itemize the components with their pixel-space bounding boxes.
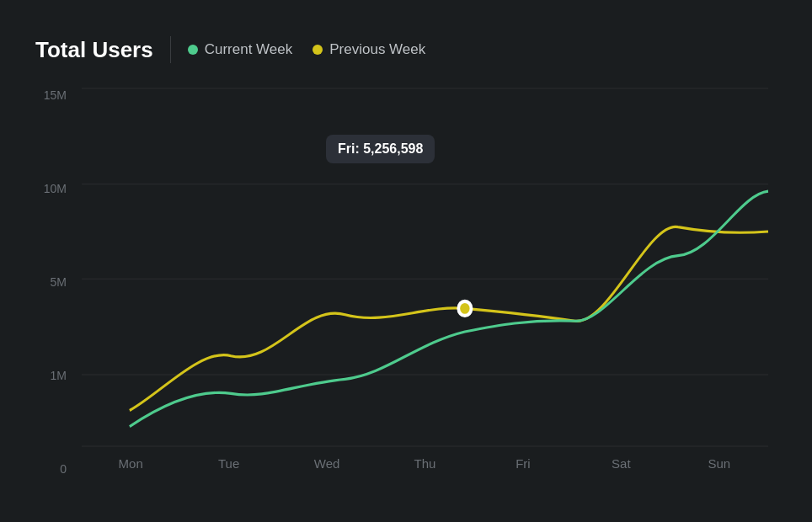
y-label-1m: 1M xyxy=(35,369,73,382)
y-label-15m: 15M xyxy=(35,88,73,102)
chart-area: 15M 10M 5M 1M 0 xyxy=(35,88,777,476)
chart-container: Total Users Current Week Previous Week 1… xyxy=(10,13,802,509)
y-label-10m: 10M xyxy=(35,182,73,195)
chart-legend: Current Week Previous Week xyxy=(188,41,426,58)
previous-week-label: Previous Week xyxy=(329,41,425,58)
y-label-0: 0 xyxy=(35,462,73,476)
chart-header: Total Users Current Week Previous Week xyxy=(35,36,777,63)
x-label-sun: Sun xyxy=(670,456,768,471)
chart-svg xyxy=(82,88,768,446)
x-label-tue: Tue xyxy=(179,456,277,471)
x-label-thu: Thu xyxy=(376,456,473,471)
y-axis: 15M 10M 5M 1M 0 xyxy=(35,88,73,476)
chart-title: Total Users xyxy=(35,37,153,63)
chart-svg-container: Fri: 5,256,598 xyxy=(82,88,768,446)
previous-week-dot xyxy=(313,45,323,55)
current-week-label: Current Week xyxy=(205,41,293,58)
current-week-dot xyxy=(188,45,198,55)
x-label-wed: Wed xyxy=(278,456,376,471)
x-label-mon: Mon xyxy=(82,456,179,471)
header-divider xyxy=(170,36,171,63)
legend-current: Current Week xyxy=(188,41,293,58)
x-axis: Mon Tue Wed Thu Fri Sat Sun xyxy=(82,450,768,476)
previous-week-line xyxy=(130,226,768,410)
legend-previous: Previous Week xyxy=(313,41,425,58)
tooltip-dot-inner xyxy=(460,303,469,314)
x-label-sat: Sat xyxy=(572,456,670,471)
x-label-fri: Fri xyxy=(474,456,572,471)
y-label-5m: 5M xyxy=(35,275,73,289)
